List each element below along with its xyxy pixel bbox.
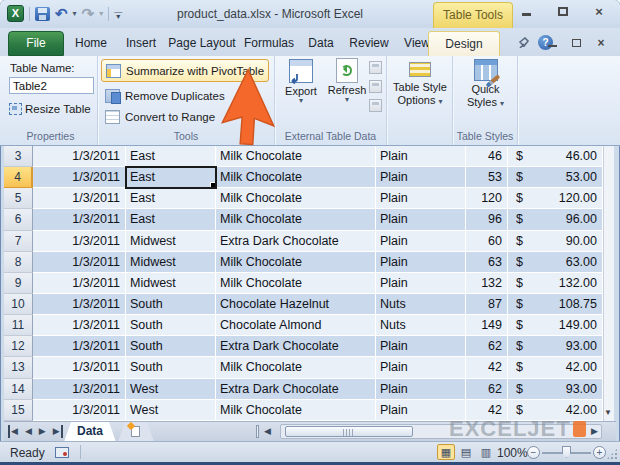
redo-dropdown-icon[interactable]: ▾ — [99, 10, 103, 18]
workbook-minimize-button[interactable] — [546, 38, 560, 48]
cell-amount[interactable]: $149.00 — [508, 315, 603, 336]
cell-qty[interactable]: 87 — [466, 294, 508, 315]
cell-region[interactable]: South — [126, 315, 216, 336]
cell-type[interactable]: Plain — [376, 357, 466, 378]
data-range-properties-icon[interactable] — [369, 61, 382, 74]
tab-insert[interactable]: Insert — [116, 31, 166, 56]
cell-region[interactable]: West — [126, 379, 216, 400]
cell-product[interactable]: Milk Chocolate — [216, 188, 376, 209]
row-header[interactable]: 12 — [4, 336, 33, 357]
tab-file[interactable]: File — [8, 31, 64, 56]
cell-product[interactable]: Milk Chocolate — [216, 357, 376, 378]
cell-date[interactable]: 1/3/2011 — [33, 315, 126, 336]
cell-amount[interactable]: $96.00 — [508, 209, 603, 230]
customize-qat-icon[interactable]: ―▾ — [114, 9, 122, 19]
cell-date[interactable]: 1/3/2011 — [33, 146, 126, 167]
workbook-restore-button[interactable] — [570, 38, 584, 48]
pin-ribbon-icon[interactable] — [518, 37, 531, 48]
cell-region[interactable]: East — [126, 146, 216, 167]
cell-qty[interactable]: 120 — [466, 188, 508, 209]
row-header[interactable]: 13 — [4, 357, 33, 378]
next-sheet-icon[interactable]: ▶ — [39, 425, 46, 438]
cell-amount[interactable]: $132.00 — [508, 273, 603, 294]
row-header[interactable]: 6 — [4, 209, 33, 230]
tab-home[interactable]: Home — [66, 31, 116, 56]
cell-qty[interactable]: 132 — [466, 273, 508, 294]
save-icon[interactable] — [35, 7, 50, 21]
cell-region[interactable]: East — [126, 188, 216, 209]
tab-data[interactable]: Data — [300, 31, 342, 56]
hscroll-left-icon[interactable]: ◀ — [264, 425, 271, 438]
cell-type[interactable]: Plain — [376, 252, 466, 273]
zoom-slider-thumb[interactable] — [562, 446, 571, 458]
cell-date[interactable]: 1/3/2011 — [33, 209, 126, 230]
cell-type[interactable]: Plain — [376, 188, 466, 209]
scroll-down-icon[interactable]: ▼ — [603, 408, 613, 417]
resize-table-button[interactable]: Resize Table — [6, 100, 94, 118]
cell-date[interactable]: 1/3/2011 — [33, 294, 126, 315]
cell-amount[interactable]: $63.00 — [508, 252, 603, 273]
cell-date[interactable]: 1/3/2011 — [33, 252, 126, 273]
cell-product[interactable]: Chocolate Almond — [216, 315, 376, 336]
cell-qty[interactable]: 46 — [466, 146, 508, 167]
zoom-out-icon[interactable]: − — [527, 446, 540, 459]
cell-product[interactable]: Extra Dark Chocolate — [216, 231, 376, 252]
minimize-button[interactable] — [520, 6, 534, 18]
cell-amount[interactable]: $42.00 — [508, 357, 603, 378]
insert-worksheet-tab[interactable] — [118, 422, 154, 442]
undo-dropdown-icon[interactable]: ▾ — [73, 10, 77, 18]
cell-region[interactable]: Midwest — [126, 273, 216, 294]
close-button[interactable]: × — [592, 6, 606, 18]
cell-product[interactable]: Extra Dark Chocolate — [216, 379, 376, 400]
cell-amount[interactable]: $93.00 — [508, 336, 603, 357]
cell-region[interactable]: South — [126, 336, 216, 357]
redo-icon[interactable]: ↷ — [82, 7, 95, 21]
tab-page-layout[interactable]: Page Layout — [166, 31, 238, 56]
table-style-options-button[interactable]: Table Style Options ▾ — [389, 62, 451, 107]
cell-type[interactable]: Plain — [376, 273, 466, 294]
tab-formulas[interactable]: Formulas — [238, 31, 300, 56]
row-header[interactable]: 3 — [4, 146, 33, 167]
cell-region[interactable]: Midwest — [126, 231, 216, 252]
cell-type[interactable]: Plain — [376, 379, 466, 400]
cell-date[interactable]: 1/3/2011 — [33, 188, 126, 209]
cell-qty[interactable]: 53 — [466, 167, 508, 188]
cell-amount[interactable]: $108.75 — [508, 294, 603, 315]
zoom-in-icon[interactable]: + — [593, 446, 606, 459]
row-header[interactable]: 8 — [4, 252, 33, 273]
cell-amount[interactable]: $53.00 — [508, 167, 603, 188]
workbook-close-button[interactable]: × — [594, 37, 608, 49]
unlink-icon[interactable] — [369, 99, 382, 112]
hscroll-right-icon[interactable]: ▶ — [591, 426, 598, 436]
cell-type[interactable]: Plain — [376, 336, 466, 357]
cell-type[interactable]: Plain — [376, 209, 466, 230]
cell-date[interactable]: 1/3/2011 — [33, 167, 126, 188]
row-header[interactable]: 11 — [4, 315, 33, 336]
cell-product[interactable]: Chocolate Hazelnut — [216, 294, 376, 315]
cell-product[interactable]: Milk Chocolate — [216, 167, 376, 188]
row-header[interactable]: 9 — [4, 273, 33, 294]
cell-date[interactable]: 1/3/2011 — [33, 231, 126, 252]
excel-logo-icon[interactable]: X — [7, 5, 24, 22]
row-header[interactable]: 7 — [4, 231, 33, 252]
row-header[interactable]: 15 — [4, 400, 33, 421]
view-normal-button[interactable]: ▦ — [437, 444, 455, 460]
cell-amount[interactable]: $46.00 — [508, 146, 603, 167]
last-sheet-icon[interactable]: ▶ — [53, 425, 63, 438]
cell-product[interactable]: Extra Dark Chocolate — [216, 336, 376, 357]
cell-qty[interactable]: 62 — [466, 379, 508, 400]
tab-review[interactable]: Review — [342, 31, 396, 56]
table-name-input[interactable] — [9, 77, 94, 94]
cell-region[interactable]: East — [126, 167, 216, 188]
cell-date[interactable]: 1/3/2011 — [33, 400, 126, 421]
row-header[interactable]: 5 — [4, 188, 33, 209]
sheet-tab-data[interactable]: Data — [64, 422, 116, 442]
row-header[interactable]: 10 — [4, 294, 33, 315]
cell-type[interactable]: Plain — [376, 167, 466, 188]
refresh-button[interactable]: Refresh ▾ — [325, 58, 369, 104]
cell-date[interactable]: 1/3/2011 — [33, 357, 126, 378]
cell-date[interactable]: 1/3/2011 — [33, 379, 126, 400]
restore-button[interactable] — [556, 6, 570, 18]
cell-amount[interactable]: $93.00 — [508, 379, 603, 400]
resize-grip[interactable] — [606, 448, 618, 460]
